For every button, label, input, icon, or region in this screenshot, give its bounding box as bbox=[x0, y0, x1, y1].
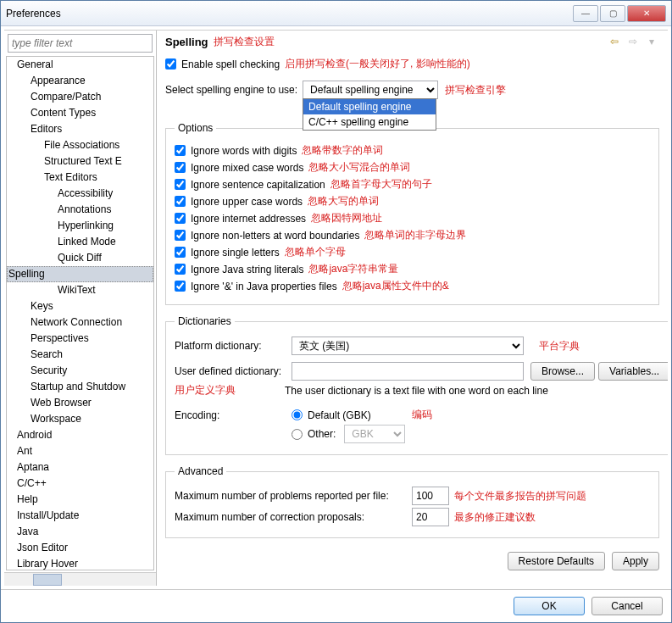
tree-item[interactable]: Linked Mode bbox=[7, 234, 153, 250]
option-annotation: 忽略带数字的单词 bbox=[302, 143, 383, 158]
preferences-tree[interactable]: GeneralAppearanceCompare/PatchContent Ty… bbox=[6, 56, 154, 570]
enable-spell-checkbox[interactable] bbox=[165, 58, 176, 70]
engine-select[interactable]: Default spelling engine bbox=[303, 81, 438, 99]
platform-dict-select[interactable]: 英文 (美国) bbox=[292, 337, 524, 355]
tree-item[interactable]: Ant bbox=[7, 443, 153, 459]
option-annotation: 忽略java字符串常量 bbox=[308, 262, 398, 276]
tree-item[interactable]: Perspectives bbox=[7, 331, 153, 347]
horizontal-scrollbar[interactable] bbox=[4, 572, 156, 586]
tree-item[interactable]: Library Hover bbox=[7, 556, 153, 570]
titlebar[interactable]: Preferences — ▢ ✕ bbox=[1, 1, 671, 26]
restore-defaults-button[interactable]: Restore Defaults bbox=[508, 552, 605, 570]
engine-option-cpp[interactable]: C/C++ spelling engine bbox=[303, 114, 436, 130]
option-checkbox[interactable] bbox=[175, 196, 186, 207]
option-checkbox[interactable] bbox=[175, 230, 186, 241]
max-proposals-label: Maximum number of correction proposals: bbox=[175, 511, 412, 523]
tree-item[interactable]: Content Types bbox=[7, 105, 153, 121]
tree-item[interactable]: Annotations bbox=[7, 202, 153, 218]
tree-item[interactable]: File Associations bbox=[7, 137, 153, 153]
tree-item[interactable]: Appearance bbox=[7, 73, 153, 89]
tree-item[interactable]: C/C++ bbox=[7, 476, 153, 492]
dropdown-icon[interactable]: ▾ bbox=[644, 34, 659, 49]
page-title: Spelling bbox=[165, 36, 208, 48]
option-checkbox[interactable] bbox=[175, 162, 186, 173]
option-label: Ignore single letters bbox=[191, 247, 280, 259]
max-problems-label: Maximum number of problems reported per … bbox=[175, 490, 412, 502]
apply-button[interactable]: Apply bbox=[612, 552, 659, 570]
tree-item[interactable]: Spelling bbox=[7, 266, 153, 282]
tree-item[interactable]: Aptana bbox=[7, 459, 153, 476]
max-proposals-input[interactable] bbox=[412, 508, 449, 526]
tree-item[interactable]: Accessibility bbox=[7, 186, 153, 202]
option-annotation: 忽略首字母大写的句子 bbox=[330, 177, 432, 192]
option-annotation: 忽略单词的非字母边界 bbox=[364, 228, 466, 242]
option-label: Ignore Java string literals bbox=[191, 264, 303, 275]
browse-button[interactable]: Browse... bbox=[530, 362, 595, 381]
tree-item[interactable]: Quick Diff bbox=[7, 250, 153, 266]
tree-item[interactable]: Security bbox=[7, 363, 153, 379]
back-icon[interactable]: ⇦ bbox=[607, 34, 622, 49]
option-checkbox[interactable] bbox=[175, 264, 186, 275]
encoding-other-radio[interactable] bbox=[292, 429, 303, 440]
encoding-other-select[interactable]: GBK bbox=[344, 425, 405, 443]
option-checkbox[interactable] bbox=[175, 179, 186, 190]
tree-item[interactable]: Android bbox=[7, 427, 153, 443]
option-annotation: 忽略因特网地址 bbox=[311, 211, 382, 225]
platform-dict-label: Platform dictionary: bbox=[175, 340, 292, 352]
advanced-group: Advanced Maximum number of problems repo… bbox=[165, 465, 659, 538]
tree-item[interactable]: Search bbox=[7, 347, 153, 363]
option-label: Ignore sentence capitalization bbox=[191, 179, 325, 191]
option-label: Ignore non-letters at word boundaries bbox=[191, 230, 359, 242]
option-annotation: 忽略java属性文件中的& bbox=[342, 279, 449, 293]
option-checkbox[interactable] bbox=[175, 281, 186, 292]
tree-item[interactable]: Help bbox=[7, 492, 153, 508]
option-checkbox[interactable] bbox=[175, 247, 186, 258]
tree-item[interactable]: WikiText bbox=[7, 282, 153, 298]
platform-dict-annotation: 平台字典 bbox=[539, 339, 580, 353]
ok-button[interactable]: OK bbox=[514, 597, 585, 615]
user-dict-input[interactable] bbox=[292, 362, 524, 381]
tree-item[interactable]: Editors bbox=[7, 121, 153, 137]
encoding-default-radio[interactable] bbox=[292, 409, 303, 420]
tree-item[interactable]: Network Connection bbox=[7, 314, 153, 331]
tree-item[interactable]: Workspace bbox=[7, 411, 153, 427]
minimize-button[interactable]: — bbox=[573, 5, 598, 22]
close-button[interactable]: ✕ bbox=[627, 5, 666, 22]
forward-icon[interactable]: ⇨ bbox=[625, 34, 641, 49]
dictionaries-group: Dictionaries Platform dictionary: 英文 (美国… bbox=[165, 315, 668, 455]
max-problems-input[interactable] bbox=[412, 487, 449, 505]
tree-item[interactable]: Install/Update bbox=[7, 508, 153, 524]
sidebar: GeneralAppearanceCompare/PatchContent Ty… bbox=[4, 31, 157, 586]
option-label: Ignore internet addresses bbox=[191, 213, 306, 225]
tree-item[interactable]: Json Editor bbox=[7, 540, 153, 556]
filter-input[interactable] bbox=[8, 34, 153, 53]
option-annotation: 忽略大写的单词 bbox=[308, 194, 379, 209]
tree-item[interactable]: Structured Text E bbox=[7, 153, 153, 170]
enable-spell-annotation: 启用拼写检查(一般关闭好了, 影响性能的) bbox=[285, 57, 470, 71]
encoding-label: Encoding: bbox=[175, 409, 292, 421]
option-label: Ignore mixed case words bbox=[191, 162, 303, 174]
engine-label: Select spelling engine to use: bbox=[165, 84, 297, 96]
cancel-button[interactable]: Cancel bbox=[591, 597, 663, 615]
tree-item[interactable]: Startup and Shutdow bbox=[7, 379, 153, 395]
variables-button[interactable]: Variables... bbox=[598, 362, 668, 381]
tree-item[interactable]: Compare/Patch bbox=[7, 89, 153, 105]
user-dict-hint: The user dictionary is a text file with … bbox=[285, 385, 548, 397]
tree-item[interactable]: Hyperlinking bbox=[7, 218, 153, 234]
tree-item[interactable]: Text Editors bbox=[7, 170, 153, 186]
option-label: Ignore upper case words bbox=[191, 196, 303, 208]
option-label: Ignore words with digits bbox=[191, 145, 297, 157]
encoding-other-label: Other: bbox=[308, 428, 336, 440]
tree-item[interactable]: General bbox=[7, 57, 153, 73]
tree-item[interactable]: Keys bbox=[7, 298, 153, 314]
engine-option-default[interactable]: Default spelling engine bbox=[303, 99, 436, 114]
option-checkbox[interactable] bbox=[175, 213, 186, 224]
options-group: Options Ignore words with digits忽略带数字的单词… bbox=[165, 122, 659, 305]
option-checkbox[interactable] bbox=[175, 145, 186, 156]
enable-spell-label: Enable spell checking bbox=[181, 58, 280, 70]
option-annotation: 忽略大小写混合的单词 bbox=[308, 160, 410, 175]
tree-item[interactable]: Web Browser bbox=[7, 395, 153, 411]
tree-item[interactable]: Java bbox=[7, 524, 153, 540]
max-problems-annotation: 每个文件最多报告的拼写问题 bbox=[454, 489, 586, 503]
maximize-button[interactable]: ▢ bbox=[600, 5, 625, 22]
